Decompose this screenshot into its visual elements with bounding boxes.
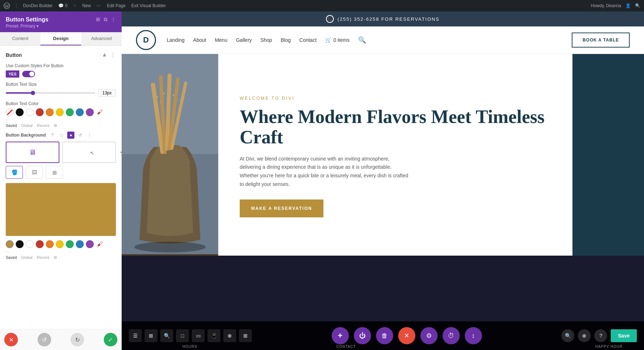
toolbar-tablet-btn[interactable]: ▭ — [192, 329, 205, 342]
close-button[interactable]: ✕ — [4, 333, 18, 346]
swatch-transparent[interactable] — [6, 108, 14, 116]
bg-preview-color[interactable]: 🖥 — [6, 142, 59, 163]
help-icon[interactable]: ? — [49, 132, 56, 139]
fill-icon[interactable]: 🪣 — [6, 166, 23, 179]
panel-preset[interactable]: Preset: Primary ▾ — [6, 24, 48, 29]
color-preview-large[interactable] — [6, 183, 116, 236]
book-table-button[interactable]: BOOK A TABLE — [572, 33, 630, 48]
layout-btn[interactable]: ↕ — [465, 327, 482, 344]
saved-label-b[interactable]: Saved — [6, 255, 17, 260]
collapse-icon[interactable]: ▲ — [102, 51, 107, 58]
tab-design[interactable]: Design — [40, 32, 81, 45]
layers-btn[interactable]: ⊕ — [578, 329, 591, 342]
color-settings-icon[interactable]: ⚙ — [54, 123, 57, 128]
swatch-black[interactable] — [16, 108, 24, 116]
nav-search-icon[interactable]: 🔍 — [358, 36, 366, 44]
swatch-purple-b[interactable] — [86, 240, 94, 248]
swatch-purple[interactable] — [86, 108, 94, 116]
global-label[interactable]: Global — [21, 123, 33, 128]
nav-shop[interactable]: Shop — [260, 37, 272, 43]
text-size-value[interactable] — [98, 89, 116, 97]
nav-landing[interactable]: Landing — [167, 37, 185, 43]
nav-gallery[interactable]: Gallery — [236, 37, 252, 43]
swatch-gold-active[interactable] — [6, 240, 14, 248]
wp-logo[interactable]: W — [4, 3, 10, 9]
toolbar-select-btn[interactable]: ⊕ — [223, 329, 236, 342]
brush-icon[interactable]: 🖌 — [96, 108, 104, 116]
make-reservation-button[interactable]: MAKE A RESERVATION — [240, 199, 323, 217]
nav-contact[interactable]: Contact — [299, 37, 317, 43]
recent-label[interactable]: Recent — [37, 123, 49, 128]
global-label-b[interactable]: Global — [21, 255, 33, 260]
undo-button[interactable]: ↺ — [38, 333, 51, 346]
tab-content[interactable]: Content — [0, 32, 40, 45]
divi-builder-link[interactable]: DonDivi Builder — [23, 3, 53, 8]
redo-button[interactable]: ↻ — [70, 333, 84, 346]
swatch-yellow[interactable] — [56, 108, 64, 116]
more-icon[interactable]: ⋮ — [111, 16, 116, 23]
search-toolbar-btn[interactable]: 🔍 — [561, 329, 574, 342]
text-size-track[interactable] — [6, 92, 95, 94]
swatch-blue-b[interactable] — [76, 240, 84, 248]
history-btn[interactable]: ⏱ — [443, 327, 460, 344]
close-btn[interactable]: ✕ — [398, 327, 415, 344]
save-button[interactable]: Save — [611, 329, 637, 342]
gallery-icon[interactable]: ▦ — [46, 166, 63, 179]
gear-icon[interactable]: ⚙ — [54, 255, 57, 260]
swatch-black-b[interactable] — [16, 240, 24, 248]
swatch-orange[interactable] — [46, 108, 54, 116]
delete-btn[interactable]: 🗑 — [376, 327, 393, 344]
swatch-blue[interactable] — [76, 108, 84, 116]
swatch-green-b[interactable] — [66, 240, 74, 248]
bg-label: Button Background — [6, 133, 46, 138]
nav-about[interactable]: About — [193, 37, 206, 43]
circle-icon[interactable]: ● — [67, 132, 74, 139]
swatch-green[interactable] — [66, 108, 74, 116]
confirm-button[interactable]: ✓ — [104, 333, 117, 346]
device-icon[interactable]: □ — [58, 132, 65, 139]
split-icon[interactable]: ⧉ — [104, 16, 107, 23]
add-section-btn[interactable]: + — [332, 327, 349, 344]
toolbar-mobile-btn[interactable]: 📱 — [208, 329, 220, 342]
swatch-yellow-b[interactable] — [56, 240, 64, 248]
swatch-white[interactable] — [26, 108, 34, 116]
reset-icon[interactable]: ↺ — [77, 132, 84, 139]
phone-bar: 📞 (255) 352-6258 FOR RESERVATIONS — [122, 11, 644, 26]
section-more-icon[interactable]: ⋮ — [110, 51, 116, 58]
swatch-red-b[interactable] — [36, 240, 44, 248]
help-toolbar-btn[interactable]: ? — [594, 329, 607, 342]
custom-styles-toggle[interactable]: YES — [6, 70, 116, 78]
svg-point-17 — [134, 242, 206, 252]
tab-advanced[interactable]: Advanced — [81, 32, 122, 45]
edit-page-link[interactable]: Edit Page — [107, 3, 126, 8]
more-bg-icon[interactable]: ⋮ — [86, 132, 93, 139]
swatch-red[interactable] — [36, 108, 44, 116]
toolbar-grid-btn[interactable]: ⊞ — [145, 329, 157, 342]
toolbar-desktop-btn[interactable]: □ — [176, 329, 189, 342]
image-icon[interactable]: 🖼 — [26, 166, 43, 179]
toolbar-search-btn[interactable]: 🔍 — [160, 329, 173, 342]
toggle-bar[interactable] — [22, 71, 35, 77]
saved-label[interactable]: Saved — [6, 123, 17, 128]
nav-cart[interactable]: 🛒 0 items — [325, 37, 350, 43]
exit-builder-link[interactable]: Exit Visual Builder — [131, 3, 166, 8]
power-btn[interactable]: ⏻ — [354, 327, 371, 344]
site-logo[interactable]: D — [136, 30, 156, 50]
toolbar-menu-btn[interactable]: ☰ — [129, 329, 142, 342]
search-icon-admin[interactable]: 🔍 — [635, 3, 640, 8]
bg-preview-gradient[interactable]: ↖ — [62, 142, 116, 163]
swatch-white-b[interactable] — [26, 240, 34, 248]
swatch-orange-b[interactable] — [46, 240, 54, 248]
comments-link[interactable]: 💬 0 — [58, 3, 68, 8]
yes-btn[interactable]: YES — [6, 70, 19, 78]
history-icon[interactable]: ⊞ — [96, 16, 100, 23]
new-link[interactable]: New — [82, 3, 91, 8]
nav-blog[interactable]: Blog — [281, 37, 291, 43]
settings-btn[interactable]: ⚙ — [420, 327, 438, 344]
text-size-label: Button Text Size — [6, 82, 116, 87]
brush-icon-b[interactable]: 🖌 — [96, 240, 104, 248]
nav-menu[interactable]: Menu — [215, 37, 227, 43]
hero-description: At Divi, we blend contemporary cuisine w… — [240, 155, 411, 189]
toolbar-wireframe-btn[interactable]: ⊞ — [239, 329, 252, 342]
recent-label-b[interactable]: Recent — [37, 255, 49, 260]
